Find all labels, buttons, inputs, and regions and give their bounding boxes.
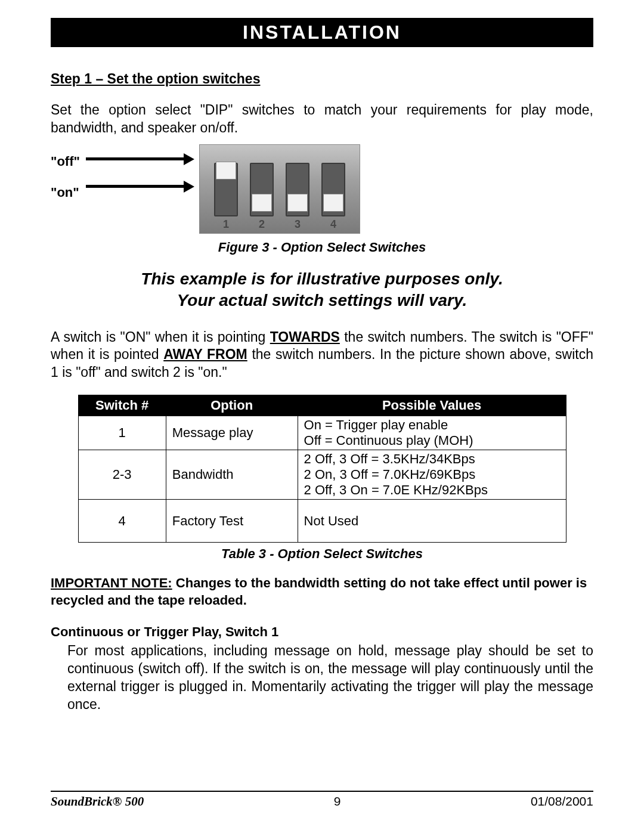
table-row: 1 Message play On = Trigger play enable …: [78, 416, 566, 450]
footer-date: 01/08/2001: [531, 794, 593, 809]
arrows: [86, 144, 193, 204]
page-footer: SoundBrick® 500 9 01/08/2001: [51, 791, 593, 809]
continuous-body: For most applications, including message…: [67, 642, 593, 714]
step1-heading: Step 1 – Set the option switches: [51, 71, 593, 87]
continuous-heading: Continuous or Trigger Play, Switch 1: [51, 624, 593, 640]
label-off: "off": [51, 154, 80, 169]
section-banner: INSTALLATION: [51, 18, 593, 47]
important-note: IMPORTANT NOTE: Changes to the bandwidth…: [51, 575, 593, 609]
footer-product: SoundBrick® 500: [51, 794, 144, 809]
towards-text: TOWARDS: [270, 329, 340, 345]
label-on: "on": [51, 185, 80, 200]
illustrative-line2: Your actual switch settings will vary.: [51, 290, 593, 311]
th-option: Option: [166, 395, 298, 416]
illustrative-note: This example is for illustrative purpose…: [51, 268, 593, 312]
table-row: 2-3 Bandwidth 2 Off, 3 Off = 3.5KHz/34KB…: [78, 450, 566, 500]
illustrative-line1: This example is for illustrative purpose…: [51, 268, 593, 290]
switch-description: A switch is "ON" when it is pointing TOW…: [51, 329, 593, 382]
awayfrom-text: AWAY FROM: [163, 346, 247, 362]
table-row: 4 Factory Test Not Used: [78, 500, 566, 543]
dip-switch-illustration: 1 2 3 4: [199, 144, 360, 234]
dip-number: 4: [330, 218, 336, 231]
dip-number: 1: [223, 218, 229, 231]
figure-block: "off" "on" 1 2 3 4: [51, 144, 593, 234]
footer-page-number: 9: [334, 794, 341, 809]
dip-number: 3: [295, 218, 301, 231]
switch-table: Switch # Option Possible Values 1 Messag…: [78, 395, 566, 543]
dip-number: 2: [259, 218, 265, 231]
th-switchnum: Switch #: [78, 395, 166, 416]
table-caption: Table 3 - Option Select Switches: [51, 546, 593, 562]
th-values: Possible Values: [298, 395, 566, 416]
figure-caption: Figure 3 - Option Select Switches: [51, 240, 593, 255]
step1-intro: Set the option select "DIP" switches to …: [51, 101, 593, 137]
